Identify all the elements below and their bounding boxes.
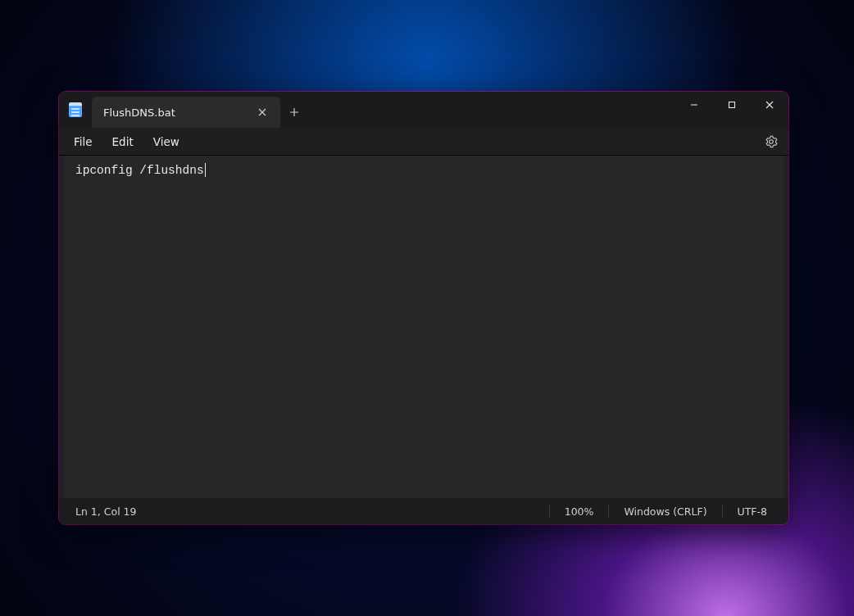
status-line-ending[interactable]: Windows (CRLF) <box>609 505 721 518</box>
menubar: File Edit View <box>59 128 788 156</box>
statusbar: Ln 1, Col 19 100% Windows (CRLF) UTF-8 <box>59 498 788 524</box>
tab-title: FlushDNS.bat <box>103 106 175 119</box>
maximize-button[interactable] <box>713 92 751 118</box>
status-zoom[interactable]: 100% <box>550 505 609 518</box>
plus-icon <box>289 107 299 117</box>
menu-edit[interactable]: Edit <box>102 132 143 152</box>
titlebar[interactable]: FlushDNS.bat <box>59 92 788 128</box>
editor-content: ipconfig /flushdns <box>75 164 204 177</box>
status-encoding[interactable]: UTF-8 <box>723 505 782 518</box>
notepad-icon <box>69 102 82 117</box>
app-icon <box>59 92 92 128</box>
close-icon <box>765 101 774 109</box>
minimize-button[interactable] <box>675 92 713 118</box>
menu-file[interactable]: File <box>64 132 102 152</box>
notepad-window: FlushDNS.bat File Edit View <box>59 92 788 524</box>
menu-view[interactable]: View <box>143 132 189 152</box>
gear-icon <box>765 135 778 148</box>
window-close-button[interactable] <box>751 92 788 118</box>
text-caret <box>205 163 206 177</box>
status-position[interactable]: Ln 1, Col 19 <box>75 505 152 518</box>
svg-rect-0 <box>729 102 735 108</box>
close-icon <box>258 108 266 116</box>
editor-area[interactable]: ipconfig /flushdns <box>64 156 784 498</box>
window-controls <box>675 92 788 118</box>
minimize-icon <box>690 101 698 109</box>
tab-close-button[interactable] <box>252 102 272 122</box>
tab-active[interactable]: FlushDNS.bat <box>92 97 280 128</box>
settings-button[interactable] <box>759 129 784 154</box>
maximize-icon <box>728 101 736 109</box>
new-tab-button[interactable] <box>280 97 308 128</box>
